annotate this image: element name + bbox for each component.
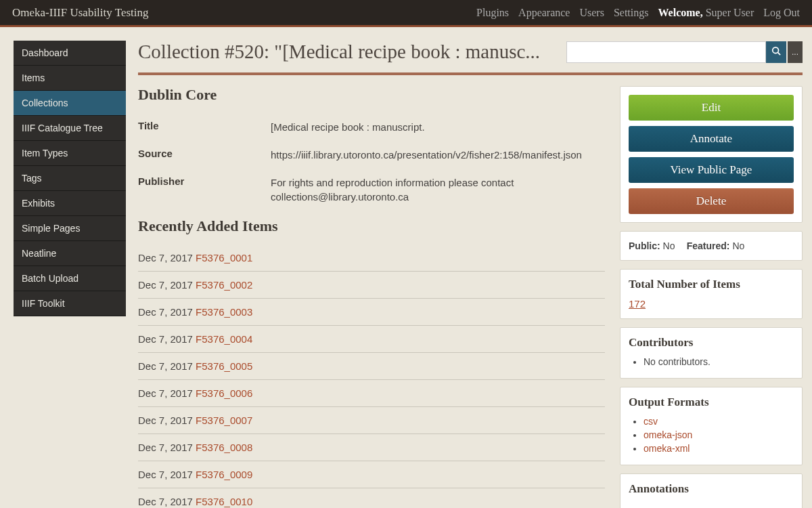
recent-item: Dec 7, 2017 F5376_0001 [138,245,605,272]
welcome-text: Welcome, Super User [658,7,754,19]
site-title-link[interactable]: Omeka-IIIF Usability Testing [12,6,149,19]
nav-plugins[interactable]: Plugins [476,7,509,19]
advanced-search-button[interactable]: ... [788,41,803,63]
recent-item-link[interactable]: F5376_0010 [196,496,252,507]
annotations-heading: Annotations [629,482,794,496]
recent-item: Dec 7, 2017 F5376_0004 [138,326,605,353]
totals-value[interactable]: 172 [629,298,646,310]
format-item: omeka-xml [644,443,794,454]
recent-heading: Recently Added Items [138,217,605,235]
welcome-label: Welcome, [658,7,702,18]
recent-item-link[interactable]: F5376_0002 [196,279,252,291]
sidebar-item-simple-pages[interactable]: Simple Pages [14,216,126,241]
recent-item: Dec 7, 2017 F5376_0010 [138,488,605,508]
contributors-panel: Contributors No contributors. [620,327,803,379]
recent-item: Dec 7, 2017 F5376_0005 [138,353,605,380]
annotate-button[interactable]: Annotate [629,126,794,152]
search-button[interactable] [766,41,786,63]
recent-item-date: Dec 7, 2017 [138,387,196,399]
topbar: Omeka-IIIF Usability Testing Plugins App… [0,0,812,27]
nav-appearance[interactable]: Appearance [518,7,570,19]
dc-value: https://iiif.library.utoronto.ca/present… [271,148,605,162]
dublin-core-heading: Dublin Core [138,86,605,104]
format-link[interactable]: omeka-xml [644,443,690,454]
sidebar-item-item-types[interactable]: Item Types [14,141,126,166]
totals-panel: Total Number of Items 172 [620,269,803,319]
sidebar-item-tags[interactable]: Tags [14,166,126,191]
dc-label: Source [138,148,271,162]
recent-item: Dec 7, 2017 F5376_0006 [138,380,605,407]
recent-item-date: Dec 7, 2017 [138,496,196,507]
nav-users[interactable]: Users [579,7,604,19]
svg-line-1 [778,53,781,56]
recent-item-date: Dec 7, 2017 [138,442,196,453]
recent-item-link[interactable]: F5376_0004 [196,333,252,345]
sidebar-item-iiif-catalogue-tree[interactable]: IIIF Catalogue Tree [14,116,126,141]
search-input[interactable] [566,41,766,63]
svg-point-0 [773,47,779,54]
contributors-heading: Contributors [629,336,794,350]
annotations-panel: Annotations [620,473,803,508]
recent-item: Dec 7, 2017 F5376_0002 [138,272,605,299]
recent-item-link[interactable]: F5376_0008 [196,442,252,453]
sidebar: DashboardItemsCollectionsIIIF Catalogue … [14,41,126,508]
dc-label: Title [138,120,271,134]
format-link[interactable]: csv [644,416,658,427]
page-title: Collection #520: "[Medical recipe book :… [138,41,558,63]
delete-button[interactable]: Delete [629,188,794,214]
actions-panel: Edit Annotate View Public Page Delete [620,86,803,223]
recent-item-date: Dec 7, 2017 [138,252,196,263]
logout-link[interactable]: Log Out [763,7,800,19]
public-status: Public: No [629,240,677,251]
totals-heading: Total Number of Items [629,278,794,291]
sidebar-item-dashboard[interactable]: Dashboard [14,41,126,66]
recent-item-date: Dec 7, 2017 [138,333,196,345]
sidebar-item-exhibits[interactable]: Exhibits [14,191,126,216]
recent-item-link[interactable]: F5376_0006 [196,387,252,399]
sidebar-item-batch-upload[interactable]: Batch Upload [14,266,126,291]
sidebar-item-collections[interactable]: Collections [14,91,126,116]
sidebar-item-iiif-toolkit[interactable]: IIIF Toolkit [14,291,126,316]
formats-panel: Output Formats csvomeka-jsonomeka-xml [620,387,803,465]
main: Collection #520: "[Medical recipe book :… [138,41,803,508]
topbar-right: Plugins Appearance Users Settings Welcom… [476,7,800,19]
content-side: Edit Annotate View Public Page Delete Pu… [620,86,803,508]
recent-item-link[interactable]: F5376_0001 [196,252,252,263]
dc-label: Publisher [138,175,271,204]
welcome-user[interactable]: Super User [706,7,754,18]
topbar-left: Omeka-IIIF Usability Testing [12,6,149,20]
recent-item: Dec 7, 2017 F5376_0007 [138,407,605,434]
sidebar-item-neatline[interactable]: Neatline [14,241,126,266]
recent-item-date: Dec 7, 2017 [138,360,196,372]
content-main: Dublin Core Title[Medical recipe book : … [138,86,605,508]
dc-row: Sourcehttps://iiif.library.utoronto.ca/p… [138,141,605,169]
view-public-button[interactable]: View Public Page [629,157,794,183]
sidebar-item-items[interactable]: Items [14,66,126,91]
edit-button[interactable]: Edit [629,95,794,121]
search-wrap: ... [566,41,803,63]
format-item: csv [644,416,794,427]
recent-item: Dec 7, 2017 F5376_0009 [138,461,605,488]
recent-item: Dec 7, 2017 F5376_0003 [138,299,605,326]
recent-item-date: Dec 7, 2017 [138,415,196,426]
titlebar: Collection #520: "[Medical recipe book :… [138,41,803,75]
status-panel: Public: No Featured: No [620,231,803,261]
nav-settings[interactable]: Settings [614,7,649,19]
recent-item-link[interactable]: F5376_0005 [196,360,252,372]
recent-item: Dec 7, 2017 F5376_0008 [138,434,605,461]
recent-item-link[interactable]: F5376_0007 [196,415,252,426]
recent-item-date: Dec 7, 2017 [138,469,196,480]
dc-row: PublisherFor rights and reproduction inf… [138,169,605,211]
dc-value: [Medical recipe book : manuscript. [271,120,605,134]
dc-value: For rights and reproduction information … [271,175,605,204]
recent-list: Dec 7, 2017 F5376_0001Dec 7, 2017 F5376_… [138,245,605,508]
featured-status: Featured: No [687,240,745,251]
formats-heading: Output Formats [629,396,794,409]
dc-row: Title[Medical recipe book : manuscript. [138,113,605,141]
recent-item-link[interactable]: F5376_0009 [196,469,252,480]
recent-item-date: Dec 7, 2017 [138,306,196,318]
recent-item-link[interactable]: F5376_0003 [196,306,252,318]
format-item: omeka-json [644,429,794,440]
format-link[interactable]: omeka-json [644,429,692,440]
contributors-none: No contributors. [644,356,794,367]
